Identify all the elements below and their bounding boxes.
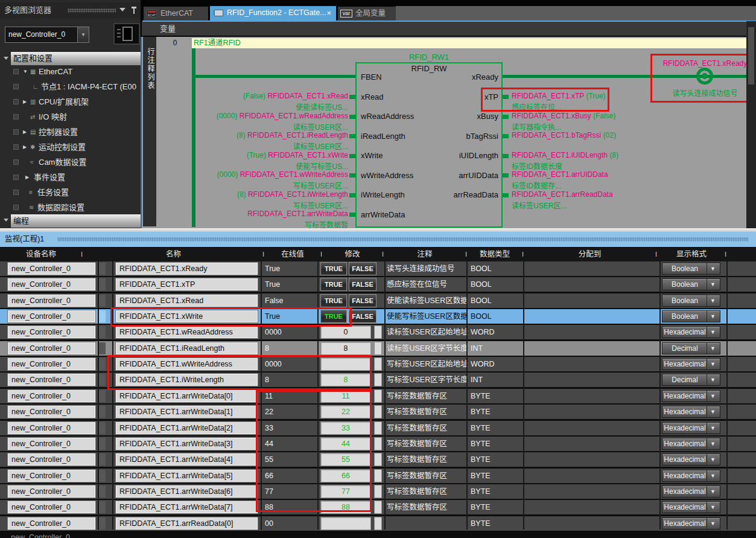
sidebar-item-cpu-rack[interactable]: ▶ ▥ CPU/扩展机架: [0, 95, 141, 109]
device-name-cell[interactable]: new_Controller_0: [8, 501, 95, 513]
variable-name-cell[interactable]: RFIDDATA_ECT1.arrWriteData[7]: [116, 501, 258, 513]
device-name-cell[interactable]: new_Controller_0: [8, 278, 95, 290]
set-false-button[interactable]: FALSE: [349, 262, 376, 275]
device-name-cell[interactable]: new_Controller_0: [8, 406, 95, 418]
fb-instance-name[interactable]: RFID_RW1: [355, 53, 503, 62]
tab-rfid-function2[interactable]: RFID_Function2 - ECTGate... ×: [210, 6, 336, 21]
device-name-cell[interactable]: new_Controller_0: [8, 263, 95, 275]
display-format-dropdown[interactable]: Boolean▼: [662, 263, 720, 275]
display-format-dropdown[interactable]: Boolean▼: [662, 295, 720, 307]
watch-panel-title-bar[interactable]: 监视(工程)1: [0, 232, 756, 247]
column-header-online-value[interactable]: 在线值: [265, 248, 320, 261]
device-name-cell[interactable]: new_Controller_0: [8, 517, 95, 530]
input-label[interactable]: RFIDDATA_ECT1.arrWriteData: [247, 210, 348, 218]
display-format-dropdown[interactable]: Decimal▼: [662, 374, 720, 386]
device-name-cell[interactable]: new_Controller_0: [8, 326, 95, 338]
sidebar-item-cam-data[interactable]: ≈ Cam数据设置: [0, 155, 141, 170]
sidebar-item-data-trace[interactable]: ≋ 数据跟踪设置: [0, 200, 141, 215]
device-name-cell[interactable]: new_Controller_0: [8, 422, 95, 434]
variable-name-cell[interactable]: RFIDDATA_ECT1.arrWriteData[5]: [116, 470, 258, 482]
sidebar-item-io-map[interactable]: ⇄ I/O 映射: [0, 110, 141, 124]
section-collapse-arrow[interactable]: [4, 57, 8, 60]
display-format-dropdown[interactable]: Hexadecimal▼: [662, 517, 720, 530]
variable-name-cell[interactable]: RFIDDATA_ECT1.arrWriteData[1]: [116, 406, 258, 418]
rung-comment-bar[interactable]: RF1通道RFID: [192, 38, 746, 48]
set-true-button[interactable]: TRUE: [320, 294, 347, 307]
modify-input[interactable]: 0: [320, 325, 371, 339]
device-name-cell[interactable]: new_Controller_0: [8, 485, 95, 498]
scrollbar-thumb[interactable]: [748, 27, 754, 85]
column-header-comment[interactable]: 注释: [384, 248, 465, 261]
variable-name-cell[interactable]: RFIDDATA_ECT1.arrWriteData[4]: [116, 453, 258, 466]
modify-expand-button[interactable]: [374, 357, 382, 371]
input-label[interactable]: (0000) RFIDDATA_ECT1.wWriteAddress: [217, 170, 348, 179]
modify-expand-button[interactable]: [374, 421, 382, 435]
sidebar-item-node1[interactable]: ∟ 节点1 : IACM-P4-ECT (E00: [0, 80, 141, 94]
display-format-dropdown[interactable]: Hexadecimal▼: [662, 422, 720, 434]
input-label[interactable]: (False) RFIDDATA_ECT1.xRead: [243, 92, 348, 100]
display-format-dropdown[interactable]: Hexadecimal▼: [662, 438, 720, 450]
device-name-cell[interactable]: new_Controller_0: [8, 342, 95, 354]
variable-name-cell[interactable]: RFIDDATA_ECT1.iReadLength: [116, 342, 258, 354]
display-format-dropdown[interactable]: Boolean▼: [662, 310, 720, 322]
variable-name-cell[interactable]: RFIDDATA_ECT1.wReadAddress: [116, 326, 258, 338]
modify-input[interactable]: [320, 517, 371, 530]
modify-expand-button[interactable]: [374, 389, 382, 403]
display-format-dropdown[interactable]: Hexadecimal▼: [662, 326, 720, 338]
column-header-display-format[interactable]: 显示格式: [658, 248, 725, 261]
device-name-cell[interactable]: new_Controller_0: [8, 390, 95, 402]
device-name-cell[interactable]: new_Controller_0: [8, 310, 95, 322]
display-format-dropdown[interactable]: Hexadecimal▼: [662, 485, 720, 498]
input-label[interactable]: (8) RFIDDATA_ECT1.iReadLength: [237, 131, 348, 139]
display-format-dropdown[interactable]: Hexadecimal▼: [662, 390, 720, 402]
set-false-button[interactable]: FALSE: [349, 310, 376, 323]
device-name-cell[interactable]: new_Controller_0: [8, 295, 95, 307]
panel-splitter[interactable]: [141, 37, 142, 228]
input-label[interactable]: (True) RFIDDATA_ECT1.xWrite: [247, 151, 348, 159]
modify-expand-button[interactable]: [374, 405, 382, 418]
close-icon[interactable]: ×: [326, 6, 331, 20]
section-collapse-arrow[interactable]: [4, 219, 8, 222]
set-true-button[interactable]: TRUE: [320, 278, 347, 291]
modify-expand-button[interactable]: [374, 453, 382, 466]
input-label[interactable]: (0000) RFIDDATA_ECT1.wReadAddress: [217, 112, 348, 120]
sidebar-item-task-setting[interactable]: ≡ 任务设置: [0, 185, 141, 200]
modify-expand-button[interactable]: [374, 517, 382, 530]
display-format-dropdown[interactable]: Hexadecimal▼: [662, 453, 720, 466]
variable-name-cell[interactable]: RFIDDATA_ECT1.arrWriteData[6]: [116, 485, 258, 498]
variable-name-cell[interactable]: RFIDDATA_ECT1.xTP: [116, 278, 258, 290]
fbd-canvas[interactable]: 0 RF1通道RFID RFID_RW1 RFID_RW FBEN xRead …: [142, 37, 746, 228]
column-header-datatype[interactable]: 数据类型: [468, 248, 522, 261]
chevron-down-icon[interactable]: [119, 8, 125, 11]
section-programming[interactable]: 编程: [11, 214, 141, 228]
variable-name-cell[interactable]: RFIDDATA_ECT1.xRead: [116, 295, 258, 307]
variable-name-cell[interactable]: RFIDDATA_ECT1.arrWriteData[3]: [116, 438, 258, 450]
column-header-modify[interactable]: 修改: [323, 248, 382, 261]
device-name-cell[interactable]: new_Controller_0: [8, 470, 95, 482]
set-false-button[interactable]: FALSE: [349, 278, 376, 291]
tab-global-variables[interactable]: var 全局变量: [338, 7, 396, 21]
pin-icon[interactable]: [132, 7, 136, 14]
modify-expand-button[interactable]: [374, 373, 382, 386]
section-config-settings[interactable]: 配置和设置: [11, 52, 141, 65]
variable-name-cell[interactable]: RFIDDATA_ECT1.arrWriteData[2]: [116, 422, 258, 434]
sidebar-item-ethercat[interactable]: ▼ ▦ EtherCAT: [0, 65, 141, 79]
display-format-dropdown[interactable]: Hexadecimal▼: [662, 501, 720, 513]
sidebar-item-event-setting[interactable]: ▶ 事件设置: [0, 170, 141, 185]
output-label[interactable]: RFIDDATA_ECT1.bTagRssi (02): [512, 131, 616, 139]
row-comment-list-strip[interactable]: 行注释列表: [143, 37, 156, 226]
variables-toolbar[interactable]: 变量: [142, 22, 756, 36]
variable-name-cell[interactable]: RFIDDATA_ECT1.arrReadData[0]: [116, 517, 258, 530]
set-true-button[interactable]: TRUE: [320, 262, 347, 275]
output-label[interactable]: RFIDDATA_ECT1.iUIDLength (8): [512, 151, 618, 159]
display-format-dropdown[interactable]: Hexadecimal▼: [662, 406, 720, 418]
column-header-assigned[interactable]: 分配到: [524, 248, 655, 261]
input-label[interactable]: (8) RFIDDATA_ECT1.iWriteLength: [237, 190, 348, 199]
display-format-dropdown[interactable]: Boolean▼: [662, 278, 720, 290]
modify-expand-button[interactable]: [374, 501, 382, 514]
column-header-name[interactable]: 名称: [84, 248, 262, 261]
output-label[interactable]: RFIDDATA_ECT1.xBusy (False): [512, 112, 615, 120]
variable-name-cell[interactable]: RFIDDATA_ECT1.arrWriteData[0]: [116, 390, 258, 402]
sidebar-item-controller-setup[interactable]: ▶ ▤ 控制器设置: [0, 125, 141, 139]
controller-selector[interactable]: new_Controller_0 ▼: [5, 27, 89, 43]
